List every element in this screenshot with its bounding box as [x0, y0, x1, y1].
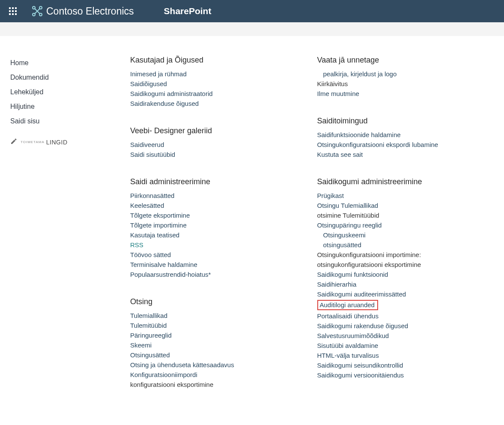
waffle-icon [9, 7, 17, 15]
settings-link[interactable]: Otsinguskeemi [317, 230, 494, 240]
nav-item[interactable]: Hiljutine [10, 99, 130, 114]
settings-link[interactable]: Saidikogumi seisundikontrollid [317, 360, 494, 370]
nav-item[interactable]: Saidi sisu [10, 114, 130, 129]
settings-section: SaiditoimingudSaidifunktsioonide haldami… [317, 117, 494, 159]
edit-links-button[interactable]: TOIMETAMA LINGID [10, 138, 130, 146]
settings-link[interactable]: Saidiveerud [130, 140, 307, 150]
section-heading: Otsing [130, 297, 307, 306]
settings-link[interactable]: Kasutaja teatised [130, 230, 307, 240]
app-name[interactable]: SharePoint [164, 6, 212, 16]
settings-link[interactable]: Otsingupäringu reeglid [317, 220, 494, 230]
settings-link[interactable]: Saidikogumi auditeerimissätted [317, 289, 494, 299]
settings-section: Vaata jā unnetagepealkirja, kirjeldust … [317, 56, 494, 99]
settings-link[interactable]: Populaarsustrendid-hoiatus* [130, 269, 307, 279]
svg-rect-5 [15, 10, 17, 12]
settings-link[interactable]: Otsing ja ühenduseta kättesaadavus [130, 360, 307, 370]
settings-link[interactable]: Piirkonnasätted [130, 191, 307, 201]
settings-section: OtsingTulemiallikadTulemitüübidPäringure… [130, 297, 307, 389]
brand-logo-icon [31, 5, 44, 18]
brand-link[interactable]: Contoso Electronics [31, 5, 134, 18]
settings-link[interactable]: otsingusätted [317, 240, 494, 250]
svg-rect-3 [9, 10, 11, 12]
nav-item[interactable]: Home [10, 56, 130, 70]
settings-link[interactable]: Salvestusruumimõõdikud [317, 331, 494, 341]
settings-link[interactable]: Otsingu Tulemiallikad [317, 201, 494, 210]
settings-link[interactable]: Tõlgete importimine [130, 220, 307, 230]
section-heading: Saidi administreerimine [130, 177, 307, 186]
settings-column-2: Vaata jā unnetagepealkirja, kirjeldust … [317, 56, 504, 407]
pencil-icon [10, 138, 17, 146]
svg-rect-0 [9, 7, 11, 9]
settings-link[interactable]: Otsingukonfiguratsiooni importimine: [317, 250, 494, 260]
svg-rect-1 [12, 7, 14, 9]
settings-link[interactable]: RSS [130, 240, 307, 250]
settings-link[interactable]: Portaalisaidi ühendus [317, 311, 494, 321]
settings-link[interactable]: Ilme muutmine [317, 89, 494, 99]
settings-link[interactable]: Saidirakenduse õigused [130, 99, 307, 108]
settings-link[interactable]: Skeemi [130, 340, 307, 350]
settings-link[interactable]: Keelesätted [130, 201, 307, 210]
settings-link[interactable]: Tulemiallikad [130, 311, 307, 320]
settings-link[interactable]: Saidikogumi funktsioonid [317, 269, 494, 279]
suite-header: Contoso Electronics SharePoint [0, 0, 504, 22]
settings-link[interactable]: pealkirja, kirjeldust ja logo [317, 69, 494, 79]
settings-link[interactable]: Konfiguratsiooniimpordi [130, 370, 307, 380]
settings-link[interactable]: Tulemitüübid [130, 320, 307, 330]
section-heading: Vaata jā unnetage [317, 56, 494, 65]
settings-section: Saidikogumi administreeriminePrügikastOt… [317, 177, 494, 380]
brand-name: Contoso Electronics [46, 6, 134, 17]
ribbon-bar [0, 22, 504, 36]
settings-link[interactable]: Otsingukonfiguratsiooni ekspordi lubamin… [317, 140, 494, 150]
svg-rect-7 [12, 13, 14, 15]
nav-item[interactable]: Dokumendid [10, 70, 130, 85]
settings-link[interactable]: otsimine Tulemitüübid [317, 210, 494, 220]
svg-rect-6 [9, 13, 11, 15]
settings-link[interactable]: otsingukonfiguratsiooni eksportimine [317, 260, 494, 269]
settings-link[interactable]: Saidikogumi administraatorid [130, 89, 307, 99]
settings-section: Veebi- Designer galeriidSaidiveerudSaidi… [130, 126, 307, 159]
settings-link[interactable]: Tõlgete eksportimine [130, 210, 307, 220]
settings-section: Saidi administreeriminePiirkonnasättedKe… [130, 177, 307, 279]
settings-link[interactable]: Prügikast [317, 191, 494, 201]
settings-link[interactable]: HTML-välja turvalisus [317, 350, 494, 360]
edit-links-label: LINGID [46, 139, 68, 146]
settings-link[interactable]: Töövoo sätted [130, 250, 307, 260]
edit-links-small: TOIMETAMA [21, 140, 45, 144]
settings-link[interactable]: Sisutüübi avaldamine [317, 341, 494, 350]
settings-link[interactable]: Kiirkäivitus [317, 79, 494, 89]
section-heading: Saidikogumi administreerimine [317, 177, 494, 186]
svg-rect-2 [15, 7, 17, 9]
settings-link[interactable]: Inimesed ja rühmad [130, 69, 307, 79]
settings-link[interactable]: Saidifunktsioonide haldamine [317, 130, 494, 140]
settings-link[interactable]: Otsingusätted [130, 350, 307, 360]
settings-column-1: Kasutajad ja ÕigusedInimesed ja rühmadSa… [130, 56, 317, 407]
settings-section: Kasutajad ja ÕigusedInimesed ja rühmadSa… [130, 56, 307, 108]
svg-rect-4 [12, 10, 14, 12]
nav-item[interactable]: Leheküljed [10, 85, 130, 99]
settings-link[interactable]: Päringureeglid [130, 330, 307, 340]
section-heading: Kasutajad ja Õigused [130, 56, 307, 65]
settings-link[interactable]: konfiguratsiooni eksportimine [130, 380, 307, 389]
settings-link[interactable]: Saidi sisutüübid [130, 150, 307, 159]
section-heading: Veebi- Designer galeriid [130, 126, 307, 135]
settings-link[interactable]: Saidihierarhia [317, 279, 494, 289]
section-heading: Saiditoimingud [317, 117, 494, 126]
app-launcher-button[interactable] [3, 1, 23, 21]
svg-rect-8 [15, 13, 17, 15]
settings-link[interactable]: Saidikogumi versioonitäiendus [317, 370, 494, 380]
settings-link[interactable]: Terminisalve haldamine [130, 260, 307, 269]
settings-link[interactable]: Saidiõigused [130, 79, 307, 89]
settings-link[interactable]: Kustuta see sait [317, 150, 494, 159]
page-content: HomeDokumendidLeheküljedHiljutineSaidi s… [0, 36, 504, 407]
settings-link[interactable]: Saidikogumi rakenduse õigused [317, 321, 494, 331]
audit-log-reports-link[interactable]: Auditilogi aruanded [317, 300, 378, 310]
quick-launch-nav: HomeDokumendidLeheküljedHiljutineSaidi s… [10, 56, 130, 407]
